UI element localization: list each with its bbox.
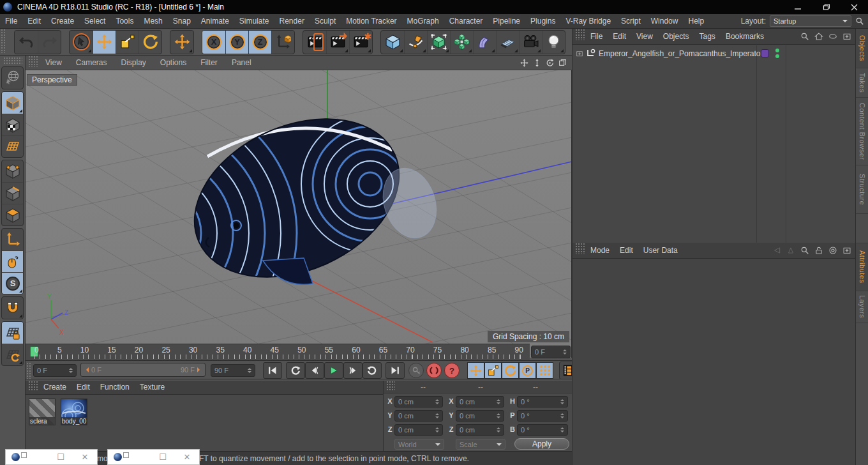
- rot-h-field[interactable]: 0 °: [517, 396, 568, 408]
- menu-script[interactable]: Script: [616, 14, 646, 29]
- menu-pipeline[interactable]: Pipeline: [488, 14, 525, 29]
- timeline-frame-field[interactable]: 0 F: [531, 346, 571, 358]
- target-icon[interactable]: [828, 246, 837, 255]
- maximize-icon[interactable]: ☐: [151, 452, 175, 462]
- coords-grip[interactable]: [386, 381, 395, 391]
- tab-structure[interactable]: Structure: [856, 165, 868, 214]
- current-frame-field[interactable]: 0 F: [33, 364, 77, 377]
- apply-button[interactable]: Apply: [514, 438, 569, 450]
- coordinate-space-dropdown[interactable]: World: [394, 439, 444, 450]
- lock-icon[interactable]: [814, 246, 823, 255]
- search-icon[interactable]: [855, 17, 864, 26]
- viewport-menu-options[interactable]: Options: [153, 56, 193, 70]
- menu-animate[interactable]: Animate: [196, 14, 234, 29]
- close-button[interactable]: [840, 0, 868, 14]
- live-selection-tool[interactable]: [70, 31, 93, 54]
- rot-p-field[interactable]: 0 °: [517, 410, 568, 422]
- menu-help[interactable]: Help: [683, 14, 709, 29]
- layout-dropdown[interactable]: Startup: [770, 15, 851, 27]
- menu-file[interactable]: File: [0, 14, 22, 29]
- menu-render[interactable]: Render: [274, 14, 310, 29]
- add-cube-button[interactable]: [381, 31, 404, 54]
- play-backwards-button[interactable]: [286, 362, 305, 379]
- menu-character[interactable]: Character: [444, 14, 488, 29]
- scale-z-field[interactable]: 0 cm: [456, 424, 504, 436]
- viewport-menu-display[interactable]: Display: [114, 56, 153, 70]
- am-grip[interactable]: [575, 243, 585, 254]
- spinner-arrows[interactable]: [563, 349, 567, 354]
- viewport-menu-cameras[interactable]: Cameras: [69, 56, 114, 70]
- modes-toolbar-grip[interactable]: [3, 57, 22, 65]
- add-spline-button[interactable]: [404, 31, 427, 54]
- home-icon[interactable]: [814, 32, 823, 41]
- menu-mesh[interactable]: Mesh: [138, 14, 167, 29]
- scale-tool[interactable]: [116, 31, 138, 54]
- menu-sculpt[interactable]: Sculpt: [310, 14, 341, 29]
- add-panel-icon[interactable]: [842, 32, 851, 41]
- z-axis-lock-button[interactable]: Z: [248, 31, 271, 54]
- add-panel-icon[interactable]: [842, 246, 851, 255]
- pos-x-field[interactable]: 0 cm: [394, 396, 443, 408]
- points-mode-button[interactable]: [2, 160, 24, 182]
- workplane-snap-button[interactable]: [2, 344, 24, 365]
- am-menu-userdata[interactable]: User Data: [638, 243, 683, 258]
- animbar-grip[interactable]: [26, 362, 32, 379]
- move-tool[interactable]: [93, 31, 116, 54]
- menu-snap[interactable]: Snap: [168, 14, 196, 29]
- viewport-rotate-icon[interactable]: [546, 59, 554, 67]
- render-to-picture-viewer-button[interactable]: [326, 31, 349, 54]
- om-menu-bookmarks[interactable]: Bookmarks: [721, 29, 769, 44]
- toolbar-grip[interactable]: [1, 29, 6, 53]
- render-view-button[interactable]: [303, 31, 326, 54]
- add-array-button[interactable]: [450, 31, 473, 54]
- autokey-button[interactable]: [426, 363, 442, 378]
- undo-button[interactable]: [15, 31, 38, 54]
- end-frame-field[interactable]: 90 F: [211, 364, 255, 377]
- maximize-icon[interactable]: ☐: [49, 452, 73, 462]
- viewport-pan-icon[interactable]: [520, 59, 528, 67]
- maximize-button[interactable]: [812, 0, 840, 14]
- viewport-toggle-icon[interactable]: [558, 59, 567, 67]
- tab-objects[interactable]: Objects: [856, 29, 868, 68]
- viewport-canvas[interactable]: Y Z X Perspective Grid Spacing : 10 cm: [26, 70, 572, 358]
- viewport-solo-button[interactable]: [2, 250, 24, 272]
- layer-color-chip[interactable]: [761, 49, 769, 57]
- viewport-menu-view[interactable]: View: [38, 56, 69, 70]
- menu-edit[interactable]: Edit: [22, 14, 46, 29]
- om-menu-view[interactable]: View: [631, 29, 658, 44]
- scale-y-field[interactable]: 0 cm: [456, 410, 504, 422]
- am-menu-mode[interactable]: Mode: [585, 243, 615, 258]
- edges-mode-button[interactable]: [2, 182, 24, 204]
- viewport-menu-panel[interactable]: Panel: [225, 56, 258, 70]
- goto-start-button[interactable]: [263, 362, 282, 379]
- add-subdivision-surface-button[interactable]: [427, 31, 450, 54]
- menu-create[interactable]: Create: [46, 14, 79, 29]
- menu-simulate[interactable]: Simulate: [234, 14, 274, 29]
- viewport-menu-grip[interactable]: [28, 56, 38, 67]
- snap-magnet-button[interactable]: [2, 297, 24, 319]
- next-frame-button[interactable]: [343, 362, 363, 379]
- key-scale-toggle[interactable]: [484, 362, 502, 379]
- frame-range-slider[interactable]: 0 F 90 F: [80, 363, 206, 377]
- viewport-menu-filter[interactable]: Filter: [193, 56, 225, 70]
- search-icon[interactable]: [800, 246, 809, 255]
- viewport-zoom-icon[interactable]: [533, 59, 541, 67]
- simulation-button[interactable]: S: [2, 272, 24, 294]
- render-visibility-dot[interactable]: [775, 54, 779, 58]
- last-tool-used[interactable]: [170, 31, 193, 54]
- om-menu-edit[interactable]: Edit: [608, 29, 631, 44]
- material-sclera[interactable]: sclera: [29, 399, 56, 425]
- add-light-button[interactable]: [542, 31, 565, 54]
- close-icon[interactable]: ✕: [73, 452, 97, 462]
- model-mode-button[interactable]: [2, 92, 24, 114]
- om-menu-file[interactable]: File: [585, 29, 608, 44]
- enable-axis-button[interactable]: [2, 229, 24, 250]
- record-keyframe-button[interactable]: [408, 363, 424, 378]
- material-body[interactable]: body_00: [61, 399, 87, 425]
- coordinate-system-button[interactable]: [271, 31, 294, 54]
- material-menu-function[interactable]: Function: [95, 380, 135, 395]
- material-menu-texture[interactable]: Texture: [135, 380, 170, 395]
- menu-tools[interactable]: Tools: [110, 14, 138, 29]
- minimize-button[interactable]: [784, 0, 812, 14]
- goto-end-button[interactable]: [385, 362, 405, 379]
